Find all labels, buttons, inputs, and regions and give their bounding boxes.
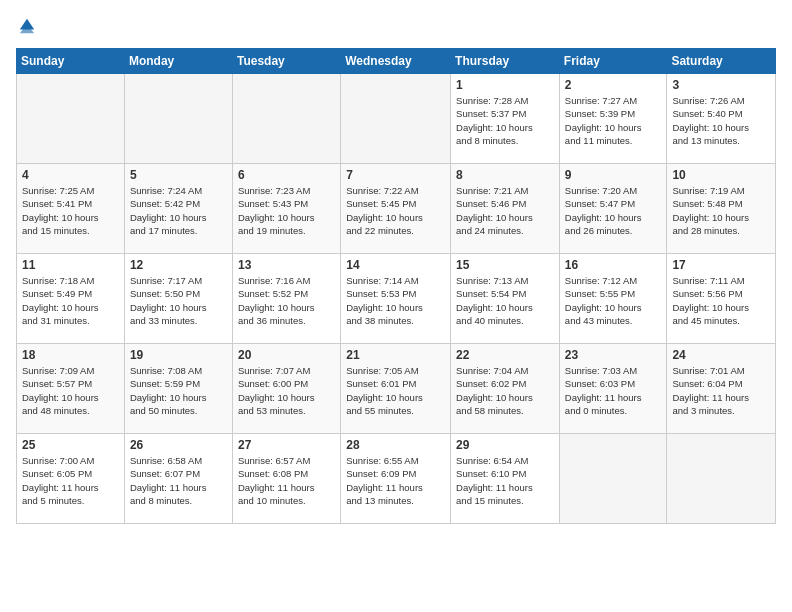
calendar-cell: 4Sunrise: 7:25 AM Sunset: 5:41 PM Daylig…	[17, 164, 125, 254]
day-number: 12	[130, 258, 227, 272]
day-info: Sunrise: 7:16 AM Sunset: 5:52 PM Dayligh…	[238, 274, 335, 327]
day-info: Sunrise: 7:19 AM Sunset: 5:48 PM Dayligh…	[672, 184, 770, 237]
calendar-cell: 27Sunrise: 6:57 AM Sunset: 6:08 PM Dayli…	[232, 434, 340, 524]
calendar-cell: 25Sunrise: 7:00 AM Sunset: 6:05 PM Dayli…	[17, 434, 125, 524]
day-info: Sunrise: 7:17 AM Sunset: 5:50 PM Dayligh…	[130, 274, 227, 327]
day-number: 13	[238, 258, 335, 272]
calendar-cell: 23Sunrise: 7:03 AM Sunset: 6:03 PM Dayli…	[559, 344, 667, 434]
calendar-week-1: 1Sunrise: 7:28 AM Sunset: 5:37 PM Daylig…	[17, 74, 776, 164]
day-info: Sunrise: 7:27 AM Sunset: 5:39 PM Dayligh…	[565, 94, 662, 147]
calendar-cell: 7Sunrise: 7:22 AM Sunset: 5:45 PM Daylig…	[341, 164, 451, 254]
day-info: Sunrise: 7:21 AM Sunset: 5:46 PM Dayligh…	[456, 184, 554, 237]
calendar-cell: 15Sunrise: 7:13 AM Sunset: 5:54 PM Dayli…	[451, 254, 560, 344]
calendar-cell: 5Sunrise: 7:24 AM Sunset: 5:42 PM Daylig…	[124, 164, 232, 254]
calendar-cell	[341, 74, 451, 164]
day-number: 11	[22, 258, 119, 272]
calendar-cell: 28Sunrise: 6:55 AM Sunset: 6:09 PM Dayli…	[341, 434, 451, 524]
day-number: 20	[238, 348, 335, 362]
day-number: 15	[456, 258, 554, 272]
calendar-cell: 26Sunrise: 6:58 AM Sunset: 6:07 PM Dayli…	[124, 434, 232, 524]
calendar-week-2: 4Sunrise: 7:25 AM Sunset: 5:41 PM Daylig…	[17, 164, 776, 254]
calendar-cell: 11Sunrise: 7:18 AM Sunset: 5:49 PM Dayli…	[17, 254, 125, 344]
day-number: 29	[456, 438, 554, 452]
day-info: Sunrise: 7:24 AM Sunset: 5:42 PM Dayligh…	[130, 184, 227, 237]
day-info: Sunrise: 7:09 AM Sunset: 5:57 PM Dayligh…	[22, 364, 119, 417]
day-info: Sunrise: 7:25 AM Sunset: 5:41 PM Dayligh…	[22, 184, 119, 237]
day-info: Sunrise: 7:00 AM Sunset: 6:05 PM Dayligh…	[22, 454, 119, 507]
calendar-header-monday: Monday	[124, 49, 232, 74]
day-info: Sunrise: 6:55 AM Sunset: 6:09 PM Dayligh…	[346, 454, 445, 507]
calendar-cell: 24Sunrise: 7:01 AM Sunset: 6:04 PM Dayli…	[667, 344, 776, 434]
day-number: 16	[565, 258, 662, 272]
day-number: 27	[238, 438, 335, 452]
calendar-cell: 10Sunrise: 7:19 AM Sunset: 5:48 PM Dayli…	[667, 164, 776, 254]
day-info: Sunrise: 6:57 AM Sunset: 6:08 PM Dayligh…	[238, 454, 335, 507]
calendar-cell: 6Sunrise: 7:23 AM Sunset: 5:43 PM Daylig…	[232, 164, 340, 254]
day-number: 1	[456, 78, 554, 92]
calendar-cell: 2Sunrise: 7:27 AM Sunset: 5:39 PM Daylig…	[559, 74, 667, 164]
calendar-cell: 17Sunrise: 7:11 AM Sunset: 5:56 PM Dayli…	[667, 254, 776, 344]
calendar-header-thursday: Thursday	[451, 49, 560, 74]
calendar-cell: 13Sunrise: 7:16 AM Sunset: 5:52 PM Dayli…	[232, 254, 340, 344]
calendar-table: SundayMondayTuesdayWednesdayThursdayFrid…	[16, 48, 776, 524]
day-info: Sunrise: 7:04 AM Sunset: 6:02 PM Dayligh…	[456, 364, 554, 417]
day-number: 7	[346, 168, 445, 182]
calendar-cell: 14Sunrise: 7:14 AM Sunset: 5:53 PM Dayli…	[341, 254, 451, 344]
day-info: Sunrise: 7:28 AM Sunset: 5:37 PM Dayligh…	[456, 94, 554, 147]
day-number: 2	[565, 78, 662, 92]
logo	[16, 16, 36, 40]
day-number: 9	[565, 168, 662, 182]
calendar-cell: 12Sunrise: 7:17 AM Sunset: 5:50 PM Dayli…	[124, 254, 232, 344]
day-info: Sunrise: 6:58 AM Sunset: 6:07 PM Dayligh…	[130, 454, 227, 507]
day-info: Sunrise: 7:08 AM Sunset: 5:59 PM Dayligh…	[130, 364, 227, 417]
day-number: 8	[456, 168, 554, 182]
calendar-header-tuesday: Tuesday	[232, 49, 340, 74]
day-info: Sunrise: 7:26 AM Sunset: 5:40 PM Dayligh…	[672, 94, 770, 147]
logo-icon	[18, 17, 36, 35]
day-info: Sunrise: 7:14 AM Sunset: 5:53 PM Dayligh…	[346, 274, 445, 327]
day-info: Sunrise: 7:13 AM Sunset: 5:54 PM Dayligh…	[456, 274, 554, 327]
day-number: 28	[346, 438, 445, 452]
day-number: 22	[456, 348, 554, 362]
day-number: 26	[130, 438, 227, 452]
day-info: Sunrise: 7:20 AM Sunset: 5:47 PM Dayligh…	[565, 184, 662, 237]
calendar-header-row: SundayMondayTuesdayWednesdayThursdayFrid…	[17, 49, 776, 74]
calendar-cell: 21Sunrise: 7:05 AM Sunset: 6:01 PM Dayli…	[341, 344, 451, 434]
calendar-cell	[124, 74, 232, 164]
day-number: 23	[565, 348, 662, 362]
calendar-cell: 19Sunrise: 7:08 AM Sunset: 5:59 PM Dayli…	[124, 344, 232, 434]
day-number: 21	[346, 348, 445, 362]
day-number: 5	[130, 168, 227, 182]
calendar-week-5: 25Sunrise: 7:00 AM Sunset: 6:05 PM Dayli…	[17, 434, 776, 524]
calendar-cell: 8Sunrise: 7:21 AM Sunset: 5:46 PM Daylig…	[451, 164, 560, 254]
day-number: 10	[672, 168, 770, 182]
calendar-cell: 18Sunrise: 7:09 AM Sunset: 5:57 PM Dayli…	[17, 344, 125, 434]
day-number: 4	[22, 168, 119, 182]
day-info: Sunrise: 7:03 AM Sunset: 6:03 PM Dayligh…	[565, 364, 662, 417]
day-number: 6	[238, 168, 335, 182]
day-number: 17	[672, 258, 770, 272]
day-info: Sunrise: 7:12 AM Sunset: 5:55 PM Dayligh…	[565, 274, 662, 327]
calendar-cell: 3Sunrise: 7:26 AM Sunset: 5:40 PM Daylig…	[667, 74, 776, 164]
calendar-cell: 22Sunrise: 7:04 AM Sunset: 6:02 PM Dayli…	[451, 344, 560, 434]
day-info: Sunrise: 7:01 AM Sunset: 6:04 PM Dayligh…	[672, 364, 770, 417]
day-info: Sunrise: 7:22 AM Sunset: 5:45 PM Dayligh…	[346, 184, 445, 237]
page-header	[16, 16, 776, 40]
day-info: Sunrise: 7:11 AM Sunset: 5:56 PM Dayligh…	[672, 274, 770, 327]
calendar-week-3: 11Sunrise: 7:18 AM Sunset: 5:49 PM Dayli…	[17, 254, 776, 344]
calendar-week-4: 18Sunrise: 7:09 AM Sunset: 5:57 PM Dayli…	[17, 344, 776, 434]
calendar-header-saturday: Saturday	[667, 49, 776, 74]
day-number: 18	[22, 348, 119, 362]
day-number: 24	[672, 348, 770, 362]
day-number: 19	[130, 348, 227, 362]
calendar-cell: 1Sunrise: 7:28 AM Sunset: 5:37 PM Daylig…	[451, 74, 560, 164]
day-number: 3	[672, 78, 770, 92]
calendar-cell	[559, 434, 667, 524]
calendar-cell	[17, 74, 125, 164]
calendar-cell: 29Sunrise: 6:54 AM Sunset: 6:10 PM Dayli…	[451, 434, 560, 524]
calendar-cell	[232, 74, 340, 164]
calendar-cell: 9Sunrise: 7:20 AM Sunset: 5:47 PM Daylig…	[559, 164, 667, 254]
calendar-cell	[667, 434, 776, 524]
day-number: 25	[22, 438, 119, 452]
calendar-header-friday: Friday	[559, 49, 667, 74]
